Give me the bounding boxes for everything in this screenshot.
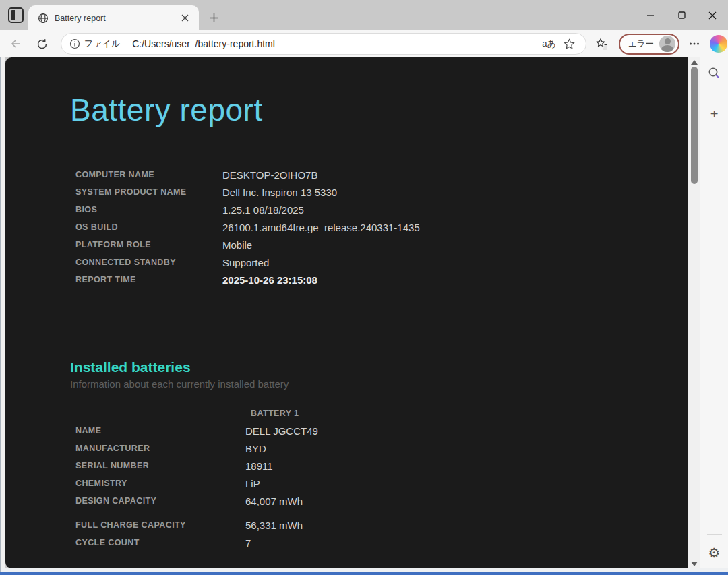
settings-and-more-icon[interactable] bbox=[685, 34, 704, 53]
profile-error-label: エラー bbox=[628, 38, 654, 50]
avatar bbox=[659, 36, 675, 52]
sidebar-divider bbox=[707, 94, 722, 94]
page-info-icon[interactable] bbox=[69, 38, 80, 49]
minimize-button[interactable] bbox=[635, 0, 666, 30]
url-text: C:/Users/user_/battery-report.html bbox=[132, 38, 538, 49]
window-bottom-border bbox=[0, 568, 728, 575]
table-row: OS BUILD 26100.1.amd64fre.ge_release.240… bbox=[75, 218, 688, 236]
sidebar-divider bbox=[707, 534, 722, 535]
table-row: CONNECTED STANDBY Supported bbox=[75, 253, 688, 271]
browser-window: Battery report bbox=[0, 0, 728, 575]
table-row: REPORT TIME 2025-10-26 23:15:08 bbox=[75, 271, 688, 289]
table-row: MANUFACTURER BYD bbox=[75, 440, 688, 457]
table-row: COMPUTER NAME DESKTOP-2OIHO7B bbox=[75, 166, 688, 183]
globe-icon bbox=[38, 13, 49, 24]
window-controls bbox=[635, 0, 728, 30]
tab-close-icon[interactable] bbox=[177, 11, 192, 26]
scrollbar-thumb[interactable] bbox=[691, 67, 698, 184]
favorites-list-icon[interactable] bbox=[593, 34, 612, 53]
section-title-installed-batteries: Installed batteries bbox=[70, 359, 688, 376]
edge-sidebar: + ⚙ bbox=[700, 57, 728, 568]
table-row: DESIGN CAPACITY 64,007 mWh bbox=[75, 492, 688, 510]
tab-actions-menu-icon[interactable] bbox=[8, 7, 24, 23]
column-header-battery-1: BATTERY 1 bbox=[251, 404, 688, 422]
title-bar: Battery report bbox=[0, 0, 728, 30]
scroll-up-icon[interactable] bbox=[688, 57, 700, 67]
profile-button[interactable]: エラー bbox=[619, 34, 679, 55]
table-row: SYSTEM PRODUCT NAME Dell Inc. Inspiron 1… bbox=[75, 183, 688, 201]
browser-toolbar: ファイル C:/Users/user_/battery-report.html … bbox=[0, 30, 728, 57]
table-row: PLATFORM ROLE Mobile bbox=[75, 236, 688, 253]
scroll-down-icon[interactable] bbox=[688, 559, 700, 568]
browser-viewport: Battery report COMPUTER NAME DESKTOP-2OI… bbox=[0, 57, 728, 568]
address-bar[interactable]: ファイル C:/Users/user_/battery-report.html … bbox=[61, 33, 586, 55]
browser-tab[interactable]: Battery report bbox=[28, 5, 199, 30]
battery-report-page: Battery report COMPUTER NAME DESKTOP-2OI… bbox=[5, 57, 688, 568]
sidebar-search-icon[interactable] bbox=[704, 63, 725, 83]
favorite-star-icon[interactable] bbox=[560, 34, 579, 53]
section-subtitle: Information about each currently install… bbox=[70, 377, 688, 391]
url-scheme-label: ファイル bbox=[84, 38, 120, 50]
maximize-button[interactable] bbox=[666, 0, 697, 30]
window-left-edge bbox=[0, 57, 5, 568]
vertical-scrollbar[interactable] bbox=[688, 57, 700, 568]
table-row: CYCLE COUNT 7 bbox=[75, 534, 688, 551]
page-title: Battery report bbox=[70, 92, 688, 128]
table-row: SERIAL NUMBER 18911 bbox=[75, 457, 688, 475]
sidebar-add-button[interactable]: + bbox=[704, 104, 725, 124]
installed-batteries-table: BATTERY 1 NAME DELL JGCCT49 MANUFACTURER… bbox=[75, 404, 688, 551]
table-row: BIOS 1.25.1 08/18/2025 bbox=[75, 201, 688, 218]
table-row: CHEMISTRY LiP bbox=[75, 475, 688, 492]
system-info-table: COMPUTER NAME DESKTOP-2OIHO7B SYSTEM PRO… bbox=[75, 166, 688, 289]
new-tab-button[interactable] bbox=[204, 8, 223, 27]
close-window-button[interactable] bbox=[697, 0, 728, 30]
translate-button[interactable]: aあ bbox=[538, 36, 560, 52]
refresh-icon[interactable] bbox=[31, 33, 53, 55]
tab-title: Battery report bbox=[55, 13, 177, 23]
table-row: FULL CHARGE CAPACITY 56,331 mWh bbox=[75, 516, 688, 534]
copilot-icon[interactable] bbox=[709, 34, 728, 53]
back-icon[interactable] bbox=[5, 33, 27, 55]
sidebar-settings-gear-icon[interactable]: ⚙ bbox=[704, 543, 725, 563]
table-row: NAME DELL JGCCT49 bbox=[75, 422, 688, 440]
